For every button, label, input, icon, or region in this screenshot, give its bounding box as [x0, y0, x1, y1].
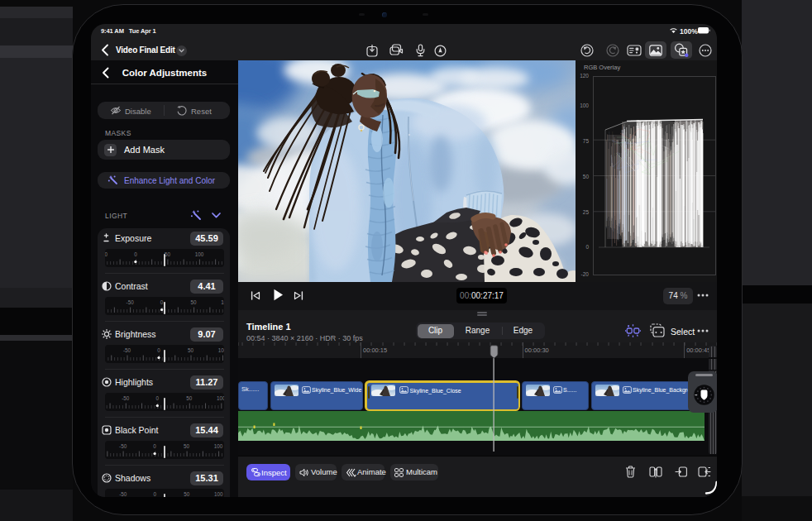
svg-text:50: 50: [184, 443, 190, 449]
svg-text:-50: -50: [127, 299, 135, 305]
svg-text:50: 50: [191, 299, 198, 305]
svg-text:-50: -50: [119, 443, 127, 449]
svg-text:0: 0: [153, 443, 156, 449]
svg-text:50: 50: [165, 251, 171, 257]
svg-text:100: 100: [195, 251, 204, 257]
svg-text:100: 100: [214, 491, 223, 497]
svg-text:100: 100: [221, 299, 224, 305]
svg-text:100: 100: [214, 443, 223, 449]
svg-text:100: 100: [217, 395, 224, 401]
svg-text:50: 50: [188, 347, 194, 353]
svg-text:0: 0: [156, 395, 160, 401]
svg-text:-50: -50: [119, 491, 127, 497]
svg-text:50: 50: [184, 491, 190, 497]
svg-text:50: 50: [186, 395, 193, 401]
svg-text:0: 0: [157, 347, 160, 353]
svg-text:-50: -50: [122, 395, 130, 401]
svg-text:0: 0: [160, 299, 164, 305]
svg-text:0: 0: [134, 251, 137, 257]
svg-text:-50: -50: [123, 347, 131, 353]
svg-text:-50: -50: [105, 251, 107, 257]
svg-text:100: 100: [218, 347, 224, 353]
svg-text:0: 0: [153, 491, 156, 497]
